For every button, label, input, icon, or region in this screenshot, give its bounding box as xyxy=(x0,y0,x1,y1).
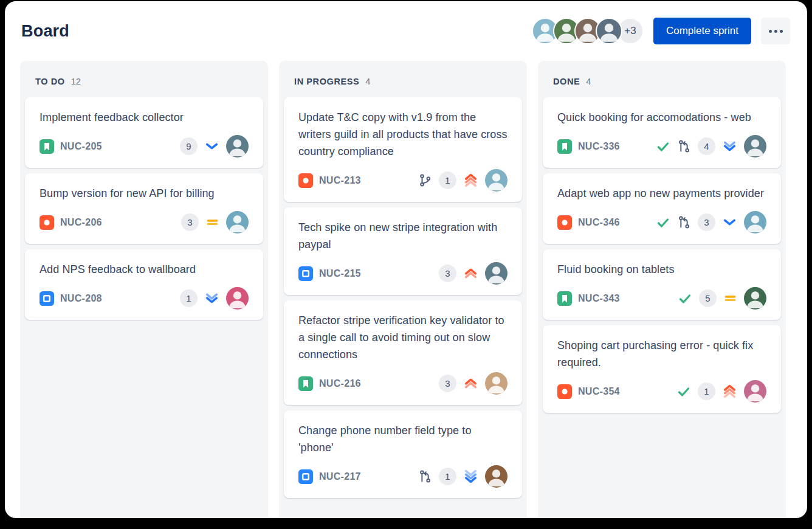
assignee-avatar[interactable] xyxy=(485,169,507,192)
issue-key: NUC-213 xyxy=(319,175,361,186)
kanban-board: TO DO12Implement feedback collectorNUC-2… xyxy=(20,61,792,518)
estimate-badge: 3 xyxy=(439,375,456,392)
card-title: Bump version for new API for billing xyxy=(40,185,249,202)
issue-key: NUC-346 xyxy=(578,217,620,228)
estimate-badge: 9 xyxy=(180,137,198,155)
assignee-avatar[interactable] xyxy=(744,287,766,309)
card-meta-left: NUC-346 xyxy=(557,215,620,230)
assignee-avatar[interactable] xyxy=(226,135,249,157)
more-options-icon xyxy=(774,30,777,33)
board-column-in-progress: IN PROGRESS4Update T&C copy with v1.9 fr… xyxy=(279,61,527,518)
issue-card[interactable]: Refactor stripe verification key validat… xyxy=(284,300,522,405)
card-meta-left: NUC-205 xyxy=(40,139,102,154)
card-meta-right: 3 xyxy=(656,211,766,233)
card-meta-right: 1 xyxy=(418,465,507,488)
card-title: Change phone number field type to 'phone… xyxy=(298,422,507,456)
card-meta-left: NUC-343 xyxy=(557,291,620,306)
card-title: Quick booking for accomodations - web xyxy=(557,109,766,126)
assignee-avatar[interactable] xyxy=(226,287,249,309)
story-type-icon xyxy=(557,291,572,306)
card-meta-right: 3 xyxy=(439,262,507,285)
more-options-icon xyxy=(769,30,772,33)
issue-card[interactable]: Implement feedback collectorNUC-2059 xyxy=(25,97,263,168)
card-footer: NUC-3541 xyxy=(557,380,766,403)
card-meta-left: NUC-217 xyxy=(298,469,361,484)
issue-card[interactable]: Add NPS feedback to wallboardNUC-2081 xyxy=(25,249,263,320)
card-footer: NUC-2153 xyxy=(298,262,507,285)
card-list: Update T&C copy with v1.9 from the write… xyxy=(279,97,527,503)
card-meta-left: NUC-206 xyxy=(40,215,102,230)
priority-medium-icon xyxy=(205,215,219,229)
card-title: Tech spike on new stripe integration wit… xyxy=(298,219,507,253)
card-footer: NUC-2131 xyxy=(298,169,507,192)
issue-card[interactable]: Bump version for new API for billingNUC-… xyxy=(25,173,263,244)
issue-card[interactable]: Fluid booking on tabletsNUC-3435 xyxy=(543,249,781,320)
page-title: Board xyxy=(21,22,69,41)
issue-card[interactable]: Update T&C copy with v1.9 from the write… xyxy=(284,97,522,202)
assignee-avatar[interactable] xyxy=(485,372,507,395)
card-footer: NUC-3463 xyxy=(557,211,766,233)
card-meta-right: 1 xyxy=(180,287,249,309)
card-title: Add NPS feedback to wallboard xyxy=(40,261,249,278)
column-name: IN PROGRESS xyxy=(294,77,359,86)
priority-down-1-icon xyxy=(204,139,219,154)
header-actions: +3 Complete sprint xyxy=(532,18,790,44)
column-header: TO DO12 xyxy=(20,61,268,97)
priority-down-2-icon xyxy=(722,139,737,154)
card-footer: NUC-2059 xyxy=(40,135,249,157)
estimate-badge: 3 xyxy=(439,264,456,282)
estimate-badge: 3 xyxy=(181,213,199,231)
estimate-badge: 1 xyxy=(180,289,198,307)
app-window: Board +3 Complete sprint TO DO12Implemen… xyxy=(5,1,807,518)
assignee-avatar[interactable] xyxy=(744,211,766,233)
issue-card[interactable]: Change phone number field type to 'phone… xyxy=(284,410,522,498)
assignee-avatar[interactable] xyxy=(744,380,766,403)
more-options-button[interactable] xyxy=(761,18,790,44)
priority-medium-icon xyxy=(723,291,737,305)
card-footer: NUC-2063 xyxy=(40,211,249,233)
estimate-badge: 1 xyxy=(439,171,456,189)
card-meta-right: 1 xyxy=(676,380,766,403)
task-type-icon xyxy=(298,266,313,281)
priority-down-3-icon xyxy=(463,469,478,484)
estimate-badge: 4 xyxy=(698,137,715,155)
issue-card[interactable]: Shoping cart purchasing error - quick fi… xyxy=(543,325,781,413)
issue-card[interactable]: Quick booking for accomodations - webNUC… xyxy=(543,97,781,168)
column-header: IN PROGRESS4 xyxy=(279,61,527,97)
card-list: Implement feedback collectorNUC-2059Bump… xyxy=(20,97,268,325)
card-meta-left: NUC-208 xyxy=(40,291,102,306)
column-count: 4 xyxy=(365,77,370,86)
bug-type-icon xyxy=(40,215,54,230)
priority-up-2-icon xyxy=(463,376,478,391)
card-footer: NUC-2163 xyxy=(298,372,507,395)
task-type-icon xyxy=(298,469,313,484)
card-title: Shoping cart purchasing error - quick fi… xyxy=(557,337,766,371)
git-pull-request-icon xyxy=(677,139,691,153)
issue-card[interactable]: Tech spike on new stripe integration wit… xyxy=(284,207,522,295)
column-count: 4 xyxy=(586,77,591,86)
more-options-icon xyxy=(780,30,783,33)
estimate-badge: 1 xyxy=(698,382,715,400)
card-meta-right: 3 xyxy=(181,211,249,233)
card-title: Adapt web app no new payments provider xyxy=(557,185,766,202)
issue-key: NUC-208 xyxy=(60,293,102,304)
done-check-icon xyxy=(656,215,670,230)
avatar-stack: +3 xyxy=(532,18,644,44)
card-list: Quick booking for accomodations - webNUC… xyxy=(538,97,786,418)
assignee-avatar[interactable] xyxy=(485,465,507,488)
issue-card[interactable]: Adapt web app no new payments providerNU… xyxy=(543,173,781,244)
story-type-icon xyxy=(557,139,572,154)
story-type-icon xyxy=(40,139,54,154)
assignee-avatar[interactable] xyxy=(226,211,249,233)
assignee-avatar[interactable] xyxy=(485,262,507,285)
priority-up-2-icon xyxy=(463,266,478,281)
card-footer: NUC-3364 xyxy=(557,135,766,157)
issue-key: NUC-354 xyxy=(578,386,620,397)
user-avatar[interactable] xyxy=(596,18,622,44)
card-title: Refactor stripe verification key validat… xyxy=(298,312,507,363)
complete-sprint-button[interactable]: Complete sprint xyxy=(653,18,751,44)
assignee-avatar[interactable] xyxy=(744,135,766,157)
board-column-done: DONE4Quick booking for accomodations - w… xyxy=(538,61,786,518)
estimate-badge: 5 xyxy=(699,289,717,307)
priority-up-3-icon xyxy=(722,384,737,399)
